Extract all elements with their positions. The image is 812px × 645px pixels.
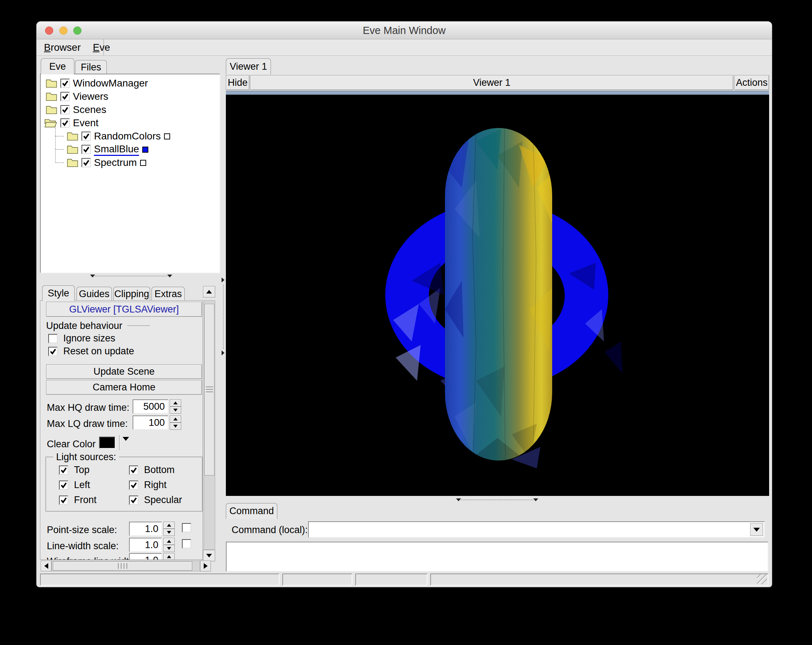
status-segment-4 [430,573,768,585]
titlebar[interactable]: Eve Main Window [37,21,772,39]
tab-eve[interactable]: Eve [41,58,74,74]
up-arrow-icon [173,402,178,404]
down-arrow-icon [122,437,129,447]
tree-item-smallblue[interactable]: SmallBlue [55,143,148,156]
light-left-row[interactable]: Left [59,480,90,491]
wireframe-up-button[interactable] [163,553,175,560]
tree-checkbox[interactable] [60,118,70,128]
tab-files[interactable]: Files [75,60,107,74]
status-segment-2 [282,573,353,585]
light-specular-row[interactable]: Specular [129,494,182,506]
tree-item-randomcolors[interactable]: RandomColors [55,130,170,143]
point-size-checkbox[interactable] [182,523,191,532]
capsule-mesh [445,128,552,460]
command-combobox[interactable] [308,521,765,538]
tree-checkbox[interactable] [81,158,91,167]
menu-browser[interactable]: Browser [44,42,81,53]
light-bottom-row[interactable]: Bottom [129,465,175,475]
line-width-checkbox[interactable] [182,539,191,549]
tree-item-viewers[interactable]: Viewers [46,90,108,103]
tab-viewer-1[interactable]: Viewer 1 [226,58,271,74]
tree-item-spectrum[interactable]: Spectrum [55,156,146,169]
folder-icon [46,92,57,101]
scroll-down-button[interactable] [203,550,215,561]
light-top-row[interactable]: Top [59,465,90,475]
menu-eve[interactable]: Eve [93,42,110,53]
tree-branch-line [55,149,64,150]
point-size-input[interactable]: 1.0 [129,522,162,536]
tab-style[interactable]: Style [42,285,75,301]
max-hq-label: Max HQ draw time: [47,401,130,414]
gl-viewport[interactable] [226,95,769,496]
hscroll-left-button[interactable] [41,561,52,572]
light-specular-checkbox[interactable] [129,495,138,505]
folder-icon [67,158,78,167]
max-lq-label: Max LQ draw time: [47,417,128,431]
update-scene-button[interactable]: Update Scene [46,364,202,379]
tree-checkbox[interactable] [60,105,70,115]
max-hq-down-button[interactable] [170,407,181,414]
editor-hscrollbar-thumb[interactable] [53,561,192,571]
camera-home-button[interactable]: Camera Home [46,380,202,395]
viewer-header-bar[interactable]: Viewer 1 [250,75,733,90]
light-right-checkbox[interactable] [129,480,138,490]
down-arrow-icon [173,425,178,428]
actions-button[interactable]: Actions [734,75,769,90]
tree-item-windowmanager[interactable]: WindowManager [46,77,148,90]
ignore-sizes-row[interactable]: Ignore sizes [48,333,116,344]
line-width-down-button[interactable] [163,545,175,552]
point-size-up-button[interactable] [163,522,175,529]
hide-button[interactable]: Hide [226,75,249,90]
ignore-sizes-checkbox[interactable] [48,334,58,343]
line-width-input[interactable]: 1.0 [129,538,162,552]
thumb-grip-icon [118,563,127,569]
tree-item-event[interactable]: Event [44,116,99,130]
reset-on-update-checkbox[interactable] [48,347,58,356]
max-lq-input[interactable]: 100 [133,416,168,430]
command-dropdown-button[interactable] [750,523,763,536]
viewer-highlight-band[interactable] [226,91,769,95]
up-arrow-icon [167,555,171,558]
light-top-checkbox[interactable] [59,466,68,475]
tree-checkbox[interactable] [81,131,91,141]
tree-editor-splitter[interactable] [90,274,172,278]
color-swatch-outline[interactable] [164,133,170,139]
open-folder-icon [44,118,57,128]
reset-on-update-row[interactable]: Reset on update [48,346,134,357]
light-front-row[interactable]: Front [59,494,96,506]
light-right-row[interactable]: Right [129,480,166,491]
tree-checkbox[interactable] [60,92,70,101]
light-front-checkbox[interactable] [59,495,68,505]
light-left-checkbox[interactable] [59,480,68,490]
clear-color-dropdown[interactable] [122,441,129,447]
eve-main-window: Eve Main Window Browser Eve Eve Files Wi… [37,21,772,587]
tab-clipping[interactable]: Clipping [113,287,150,301]
splitter-line [461,500,533,500]
tab-guides[interactable]: Guides [76,287,112,301]
separator-line [127,326,150,326]
max-hq-input[interactable]: 5000 [133,399,168,414]
clear-color-swatch[interactable] [99,437,116,449]
light-bottom-checkbox[interactable] [129,466,138,475]
tree-item-scenes[interactable]: Scenes [46,103,106,116]
line-width-up-button[interactable] [163,538,175,545]
editor-vscrollbar-thumb[interactable] [205,304,214,475]
glviewer-button[interactable]: GLViewer [TGLSAViewer] [46,302,202,317]
tree-checkbox[interactable] [60,79,70,88]
resize-grip-icon[interactable] [757,574,767,584]
tab-command[interactable]: Command [226,503,277,519]
viewer-command-splitter[interactable] [456,498,538,502]
max-hq-up-button[interactable] [170,399,181,407]
point-size-down-button[interactable] [163,529,175,536]
panel-vsplitter[interactable] [221,56,226,573]
tree-checkbox[interactable] [81,145,91,154]
color-swatch-outline[interactable] [140,160,146,166]
wireframe-input[interactable]: 1.0 [129,553,162,560]
color-swatch-blue[interactable] [142,147,148,153]
max-lq-down-button[interactable] [170,423,181,430]
max-lq-up-button[interactable] [170,416,181,423]
tab-extras[interactable]: Extras [151,287,185,301]
hscroll-right-button[interactable] [200,561,211,572]
scroll-up-button[interactable] [203,286,215,298]
command-output-area[interactable] [226,542,768,572]
